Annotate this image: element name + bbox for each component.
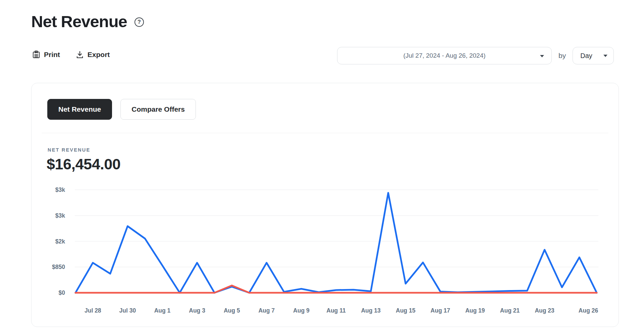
revenue-chart[interactable]: $0$850$2k$3k$3kJul 28Jul 30Aug 1Aug 3Aug… — [32, 83, 619, 327]
chevron-down-icon — [603, 55, 607, 57]
print-icon — [32, 50, 41, 59]
filters-bar: (Jul 27, 2024 - Aug 26, 2024) by Day — [337, 47, 614, 64]
x-axis-tick: Aug 9 — [293, 307, 310, 314]
date-range-select[interactable]: (Jul 27, 2024 - Aug 26, 2024) — [337, 47, 552, 64]
x-axis-tick: Jul 28 — [85, 307, 101, 314]
by-label: by — [558, 52, 566, 60]
interval-value: Day — [580, 52, 592, 60]
print-button[interactable]: Print — [32, 50, 60, 59]
x-axis-tick: Aug 7 — [258, 307, 275, 314]
y-axis-tick: $3k — [55, 212, 65, 219]
export-label: Export — [88, 51, 110, 59]
download-icon — [75, 50, 84, 59]
export-button[interactable]: Export — [75, 50, 110, 59]
help-icon[interactable]: ? — [135, 17, 144, 27]
comparison-line — [75, 285, 597, 293]
toolbar: Print Export — [32, 50, 110, 59]
page-title: Net Revenue — [31, 12, 127, 31]
x-axis-tick: Jul 30 — [119, 307, 136, 314]
print-label: Print — [44, 51, 60, 59]
interval-select[interactable]: Day — [573, 47, 614, 64]
x-axis-tick: Aug 17 — [431, 307, 450, 314]
x-axis-tick: Aug 19 — [465, 307, 485, 314]
x-axis-tick: Aug 1 — [154, 307, 171, 314]
x-axis-tick: Aug 3 — [189, 307, 205, 314]
y-axis-tick: $850 — [52, 264, 65, 270]
x-axis-tick: Aug 23 — [535, 307, 554, 314]
x-axis-tick: Aug 21 — [500, 307, 520, 314]
x-axis-tick: Aug 13 — [361, 307, 381, 314]
x-axis-tick: Aug 15 — [396, 307, 416, 314]
chevron-down-icon — [540, 55, 544, 57]
page-header: Net Revenue ? — [31, 12, 144, 31]
y-axis-tick: $2k — [55, 238, 65, 245]
net-revenue-card: Net Revenue Compare Offers NET REVENUE $… — [31, 83, 619, 327]
date-range-value: (Jul 27, 2024 - Aug 26, 2024) — [403, 52, 485, 59]
x-axis-tick: Aug 26 — [579, 307, 598, 314]
y-axis-tick: $3k — [55, 186, 65, 193]
y-axis-tick: $0 — [59, 289, 65, 296]
x-axis-tick: Aug 5 — [224, 307, 240, 314]
x-axis-tick: Aug 11 — [326, 307, 346, 314]
net-revenue-line — [75, 193, 597, 293]
